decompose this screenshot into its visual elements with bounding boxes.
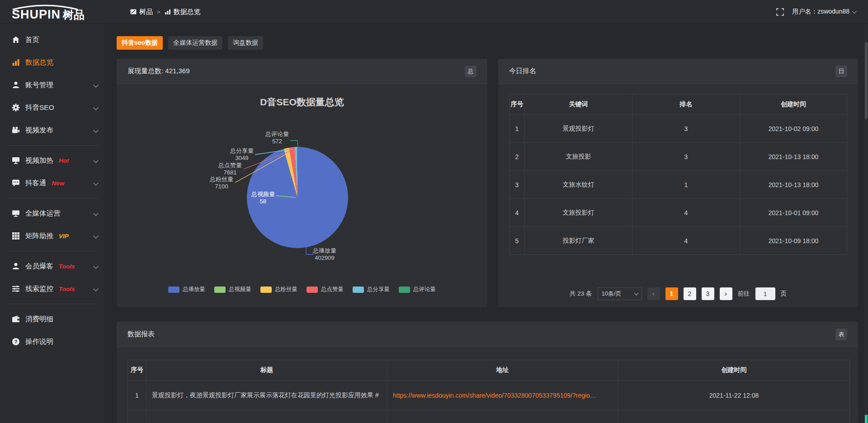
chat-bubble-icon: [12, 179, 20, 187]
sidebar-item-label: 账号管理: [25, 80, 53, 90]
legend-swatch: [399, 287, 410, 293]
goto-page-input[interactable]: [755, 287, 775, 300]
sidebar-item-video-publish[interactable]: 视频发布: [0, 119, 105, 141]
total-mode-button[interactable]: 总: [465, 66, 476, 77]
chevron-down-icon: [93, 286, 98, 291]
report-panel-header: 数据报表 表: [117, 322, 858, 347]
column-header: 排名: [632, 94, 740, 114]
table-mode-button[interactable]: 表: [835, 329, 847, 340]
sidebar-item-home[interactable]: 首页: [0, 28, 105, 51]
legend-item-videos[interactable]: 总视频量: [214, 286, 251, 293]
page-button-3[interactable]: 3: [702, 287, 714, 300]
header-right: 用户名：zswodun88: [776, 8, 855, 16]
video-url-link[interactable]: https://www.iesdouyin.com/share/video/70…: [393, 392, 596, 399]
sidebar-item-clue-monitor[interactable]: 线索监控 Tools: [0, 277, 105, 300]
breadcrumb-current-label: 数据总览: [174, 8, 201, 16]
chevron-down-icon: [93, 82, 98, 87]
page-size-select[interactable]: 10条/页: [598, 287, 642, 300]
breadcrumb-root-label: 树品: [139, 8, 153, 16]
column-header: 创建时间: [740, 94, 847, 114]
chevron-down-icon: [93, 158, 98, 163]
chevron-down-icon: [93, 105, 98, 110]
gear-icon: [12, 103, 20, 112]
app-window: SHUPIN 树品 树品 > 数据总览 用户名：zswodun88 首: [0, 0, 868, 423]
pie-label-likes: 总点赞量7681: [201, 162, 259, 176]
app-logo[interactable]: SHUPIN 树品: [0, 3, 105, 21]
next-page-button[interactable]: ›: [720, 287, 732, 300]
screen-play-icon: [12, 156, 20, 164]
user-icon: [12, 262, 20, 270]
video-camera-icon: [12, 126, 20, 134]
sidebar-item-account[interactable]: 账号管理: [0, 74, 105, 96]
breadcrumb-separator: >: [157, 9, 160, 15]
ranking-table: 序号 关键词 排名 创建时间 1 景观投影灯 3 2021-10-02 09:0…: [509, 94, 847, 255]
scrollbar-indicator: [865, 415, 868, 423]
tab-inquiry-data[interactable]: 询盘数据: [228, 36, 263, 50]
sidebar-item-label: 视频发布: [25, 126, 53, 135]
chevron-down-icon: [93, 233, 98, 238]
column-header: 创建时间: [618, 360, 850, 380]
sidebar-item-matrix-boost[interactable]: 矩阵助推 VIP: [0, 225, 105, 247]
sidebar-item-video-heat[interactable]: 视频加热 Hot: [0, 149, 105, 172]
legend-item-comments[interactable]: 总评论量: [399, 286, 436, 293]
column-header: 地址: [387, 360, 618, 380]
legend-swatch: [307, 287, 318, 293]
page-button-1[interactable]: 1: [665, 287, 678, 300]
goto-suffix-label: 页: [781, 290, 787, 298]
legend-swatch: [168, 287, 179, 293]
legend-item-plays[interactable]: 总播放量: [168, 286, 205, 293]
sidebar-nav: 首页 数据总览 账号管理 抖音SEO 视频发布 视频加热 Hot: [0, 24, 105, 423]
prev-page-button[interactable]: ‹: [647, 287, 660, 300]
table-header-row: 序号 标题 地址 创建时间: [128, 360, 849, 380]
top-header: SHUPIN 树品 树品 > 数据总览 用户名：zswodun88: [0, 0, 868, 24]
pie-chart-area: D音SEO数据量总览 总评论量572 总分享量3049 总: [117, 84, 487, 307]
sidebar-item-label: 抖客通: [25, 179, 47, 188]
report-table: 序号 标题 地址 创建时间 1 景观投影灯，夜游景观投影灯厂家展示展示落花灯在花…: [127, 360, 850, 423]
goto-label: 前往: [738, 290, 750, 298]
sidebar-item-douketong[interactable]: 抖客通 New: [0, 172, 105, 194]
dashboard-icon: [130, 9, 137, 15]
svg-text:?: ?: [14, 339, 17, 344]
today-ranking-panel: 今日排名 日 序号 关键词 排名 创建时间 1 景观投影灯 3 2021-10-: [498, 59, 858, 307]
data-report-panel: 数据报表 表 序号 标题 地址 创建时间 1 景观投影灯，夜游景观投影灯厂家展示…: [117, 322, 858, 423]
sidebar-item-help[interactable]: ? 操作说明: [0, 330, 105, 353]
table-row: 3 文旅水纹灯 1 2021-10-13 18:00: [509, 170, 847, 198]
tools-badge: Tools: [59, 263, 75, 270]
sidebar-divider: [7, 198, 98, 198]
hot-badge: Hot: [59, 157, 69, 164]
ranking-panel-header: 今日排名 日: [498, 59, 858, 84]
username-label: 用户名：zswodun88: [792, 8, 849, 16]
sidebar-item-label: 矩阵助推: [25, 231, 53, 241]
sidebar-item-label: 操作说明: [25, 337, 53, 347]
tab-omnimedia-data[interactable]: 全媒体运营数据: [168, 36, 222, 50]
sidebar-item-spend-detail[interactable]: 消费明细: [0, 308, 105, 330]
video-title-cell: 景观投影灯，夜游景观投影灯厂家展示展示落花灯在花园里的灯光投影应用效果 #: [146, 381, 387, 410]
user-menu[interactable]: 用户名：zswodun88: [792, 8, 855, 16]
day-mode-button[interactable]: 日: [835, 66, 847, 77]
sidebar-item-member-leads[interactable]: 会员爆客 Tools: [0, 255, 105, 277]
legend-item-shares[interactable]: 总分享量: [353, 286, 390, 293]
table-row: 1 景观投影灯，夜游景观投影灯厂家展示展示落花灯在花园里的灯光投影应用效果 # …: [128, 380, 849, 410]
chart-legend: 总播放量 总视频量 总粉丝量 总点赞量 总分享量 总评论量: [117, 286, 487, 293]
tab-douyin-seo-data[interactable]: 抖音seo数据: [117, 36, 163, 50]
main-content: 抖音seo数据 全媒体运营数据 询盘数据 展现量总数: 421,369 总 D音…: [105, 24, 868, 423]
pie-label-fans: 总粉丝量7100: [192, 176, 251, 190]
legend-item-likes[interactable]: 总点赞量: [307, 286, 344, 293]
breadcrumb-root[interactable]: 树品: [130, 8, 153, 16]
ranking-panel-title: 今日排名: [509, 67, 536, 75]
fullscreen-icon[interactable]: [776, 8, 784, 16]
table-row: 2 文旅投影 3 2021-10-13 18:00: [509, 142, 847, 170]
page-scrollbar[interactable]: [864, 24, 868, 423]
scrollbar-thumb[interactable]: [865, 42, 868, 119]
column-header: 关键词: [524, 94, 632, 114]
new-badge: New: [52, 180, 65, 187]
sidebar-item-omnimedia[interactable]: 全媒体运营: [0, 202, 105, 225]
chevron-down-icon: [93, 127, 98, 132]
sidebar-item-douyin-seo[interactable]: 抖音SEO: [0, 96, 105, 119]
column-header: 序号: [128, 360, 146, 380]
wallet-icon: [12, 315, 20, 323]
page-button-2[interactable]: 2: [684, 287, 696, 300]
sidebar-item-data-overview[interactable]: 数据总览: [0, 51, 105, 74]
legend-item-fans[interactable]: 总粉丝量: [260, 286, 297, 293]
breadcrumb-current[interactable]: 数据总览: [165, 8, 201, 16]
